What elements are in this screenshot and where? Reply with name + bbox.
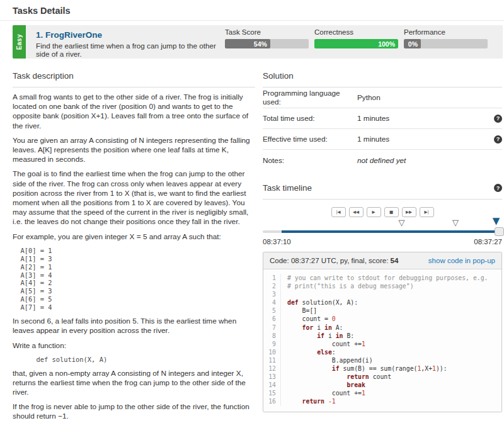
task-description-heading: Task description	[13, 67, 255, 87]
code-text: return count	[280, 373, 501, 381]
help-icon[interactable]: ?	[494, 115, 502, 123]
description-code-sample: A[0] = 1 A[1] = 3 A[2] = 1 A[3] = 4 A[4]…	[13, 247, 255, 312]
code-editor: 1# you can write to stdout for debugging…	[263, 269, 501, 412]
task-description-body: A small frog wants to get to the other s…	[13, 93, 255, 423]
code-line: 3	[263, 290, 501, 298]
description-paragraph: Write a function:	[13, 341, 255, 351]
skip-to-start-button[interactable]: |◀	[331, 207, 346, 217]
solution-row-label: Total time used:	[263, 114, 357, 123]
line-number: 15	[263, 389, 280, 397]
timeline-start-time: 08:37:10	[263, 238, 291, 245]
metric-task-score: Task Score54%	[225, 28, 309, 59]
code-text: break	[280, 381, 501, 389]
description-paragraph: In second 6, a leaf falls into position …	[13, 317, 255, 336]
progress-value: 0%	[408, 40, 418, 48]
timeline-slider-fill	[282, 230, 502, 233]
timeline-slider-handle[interactable]	[495, 227, 504, 236]
analysis-summary-section: Analysis summary The following issues ha…	[263, 420, 502, 423]
play-button[interactable]: ▶	[367, 207, 381, 217]
metric-performance: Performance0%	[404, 28, 488, 59]
progress-value: 54%	[254, 40, 267, 48]
difficulty-badge: Easy	[13, 25, 26, 59]
timeline-marker[interactable]: ▽	[398, 218, 404, 227]
fast-forward-button[interactable]: ▶▶	[402, 207, 416, 217]
difficulty-label: Easy	[16, 34, 23, 50]
task-timeline-heading-row: Task timeline ?	[263, 179, 502, 200]
stop-button[interactable]: ■	[384, 207, 399, 217]
timeline-end-time: 08:37:27	[474, 238, 502, 245]
solution-row: Total time used:1 minutes?	[263, 108, 502, 129]
solution-row-value: Python	[357, 93, 502, 102]
code-line: 14 break	[263, 381, 501, 389]
solution-row-value: 1 minutes	[357, 135, 494, 144]
timeline-marker-current[interactable]: ▼	[493, 217, 500, 226]
progress-bar-fill: 100%	[314, 39, 398, 48]
code-line: 11 B.append(i)	[263, 356, 501, 364]
description-paragraph: A small frog wants to get to the other s…	[13, 93, 255, 131]
description-paragraph: that, given a non-empty array A consisti…	[13, 369, 255, 398]
description-paragraph: For example, you are given integer X = 5…	[13, 232, 255, 242]
line-number: 5	[263, 307, 280, 315]
timeline-help-icon[interactable]: ?	[494, 184, 502, 192]
task-timeline-section: Task timeline ? |◀◀◀▶■▶▶▶| ▽▽▼ 08:37:10 …	[263, 179, 502, 245]
solution-row-value: 1 minutes	[357, 114, 494, 123]
metric-label: Correctness	[314, 28, 398, 36]
code-text: # you can write to stdout for debugging …	[280, 274, 501, 282]
line-number: 9	[263, 340, 280, 348]
solution-row-label: Notes:	[263, 156, 357, 165]
line-number: 14	[263, 381, 280, 389]
task-description-column: Task description A small frog wants to g…	[13, 67, 255, 423]
line-number: 13	[263, 373, 280, 381]
main-content: Task description A small frog wants to g…	[13, 67, 502, 423]
solution-row-value: not defined yet	[357, 156, 502, 165]
metric-correctness: Correctness100%	[314, 28, 398, 59]
timeline-slider[interactable]	[263, 230, 502, 233]
timeline-marker[interactable]: ▽	[452, 218, 459, 227]
help-icon[interactable]: ?	[494, 135, 502, 144]
solution-rows: Programming language used:PythonTotal ti…	[263, 87, 502, 171]
code-line: 6 count = 0	[263, 315, 501, 323]
metrics: Task Score54%Correctness100%Performance0…	[225, 25, 503, 59]
rewind-button[interactable]: ◀◀	[349, 207, 364, 217]
progress-value: 100%	[378, 40, 395, 48]
code-text: if sum(B) == sum(range(1,X+1)):	[280, 364, 501, 373]
description-paragraph: The goal is to find the earliest time wh…	[13, 169, 255, 227]
code-text: # print("this is a debug message")	[280, 282, 501, 290]
code-text: return -1	[280, 397, 501, 405]
line-number: 4	[263, 298, 280, 307]
code-line: 5 B=[]	[263, 307, 501, 315]
progress-bar-fill: 54%	[225, 39, 270, 48]
metric-label: Performance	[404, 28, 488, 36]
show-code-popup-link[interactable]: show code in pop-up	[428, 257, 495, 264]
code-line: 10 else:	[263, 348, 501, 356]
code-panel-header: Code: 08:37:27 UTC, py, final, score: 54…	[263, 252, 501, 269]
line-number: 12	[263, 364, 280, 373]
playback-controls: |◀◀◀▶■▶▶▶|	[263, 207, 502, 217]
code-line: 13 return count	[263, 373, 501, 381]
code-text: count +=1	[280, 389, 501, 397]
skip-to-end-button[interactable]: ▶|	[420, 207, 434, 217]
progress-bar-fill: 0%	[404, 39, 421, 48]
description-paragraph: You are given an array A consisting of N…	[13, 136, 255, 165]
description-code-sample: def solution(X, A)	[13, 356, 255, 364]
task-subtitle: Find the earliest time when a frog can j…	[36, 42, 225, 58]
code-text: count = 0	[280, 315, 501, 323]
solution-column: Solution Programming language used:Pytho…	[263, 67, 502, 423]
code-panel: Code: 08:37:27 UTC, py, final, score: 54…	[263, 252, 502, 412]
timeline-markers: ▽▽▼	[263, 218, 502, 228]
solution-row: Notes:not defined yet	[263, 150, 502, 171]
solution-row-label: Effective time used:	[263, 135, 357, 144]
solution-row: Effective time used:1 minutes?	[263, 129, 502, 150]
code-line: 1# you can write to stdout for debugging…	[263, 274, 501, 282]
header-divider	[0, 20, 504, 21]
code-text: else:	[280, 348, 501, 356]
description-paragraph: If the frog is never able to jump to the…	[13, 402, 255, 421]
line-number: 2	[263, 282, 280, 290]
timeline-times: 08:37:10 08:37:27	[263, 238, 502, 245]
solution-row-label: Programming language used:	[263, 89, 357, 106]
solution-row: Programming language used:Python	[263, 87, 502, 108]
progress-bar-track: 100%	[314, 39, 398, 48]
line-number: 11	[263, 356, 280, 364]
code-line: 8 if i in B:	[263, 332, 501, 340]
task-title-link[interactable]: 1. FrogRiverOne	[36, 30, 225, 40]
